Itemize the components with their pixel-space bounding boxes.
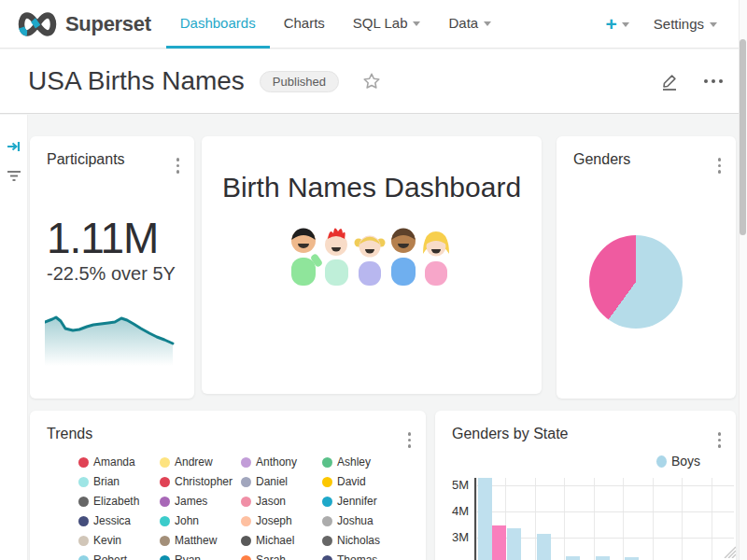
bar-boys[interactable]	[478, 478, 492, 560]
bar-boys[interactable]	[507, 528, 521, 560]
legend-dot	[241, 497, 251, 507]
bar-boys[interactable]	[596, 556, 610, 560]
legend-label: Jessica	[93, 514, 131, 527]
big-number-subheader: -22.5% over 5Y	[47, 263, 176, 285]
nav-item-label: Charts	[284, 15, 325, 31]
legend-item[interactable]: John	[160, 514, 241, 527]
legend-item[interactable]: Robert	[78, 553, 160, 560]
new-item-button[interactable]: +	[606, 15, 629, 34]
legend-label: Boys	[671, 454, 700, 469]
legend-label: John	[175, 514, 199, 527]
legend-item[interactable]: Thomas	[322, 553, 403, 560]
legend-item[interactable]: Daniel	[241, 475, 322, 488]
legend-item[interactable]: Christopher	[160, 475, 241, 488]
bar-girls[interactable]	[492, 525, 506, 560]
y-axis-tick-label: 5M	[435, 478, 469, 493]
nav-item[interactable]: SQL Lab	[339, 0, 435, 49]
legend-item[interactable]: Matthew	[160, 534, 241, 547]
legend-item[interactable]: Elizabeth	[78, 495, 160, 508]
legend-dot	[78, 497, 89, 507]
legend-label: Jennifer	[337, 495, 377, 508]
gridline	[476, 485, 734, 486]
legend-label: Ryan	[175, 553, 201, 560]
nav-item[interactable]: Dashboards	[166, 0, 270, 49]
published-badge[interactable]: Published	[260, 71, 339, 92]
chevron-down-icon	[484, 21, 491, 26]
legend-label: Matthew	[175, 534, 217, 547]
chart-menu-icon[interactable]	[715, 429, 725, 451]
legend-label: Robert	[93, 553, 127, 560]
chart-menu-icon[interactable]	[715, 155, 725, 176]
legend-dot	[160, 497, 170, 507]
legend-item[interactable]: Ashley	[322, 455, 403, 469]
legend-dot	[322, 536, 332, 546]
legend-dot	[241, 457, 251, 468]
legend-dot	[241, 536, 251, 546]
legend-item[interactable]: Ryan	[160, 553, 241, 560]
chart-menu-icon[interactable]	[405, 429, 415, 451]
y-axis-tick-label: 3M	[435, 530, 469, 545]
trends-card: Trends Amanda Andrew Anthony Ashley Bria…	[30, 411, 426, 560]
chart-menu-icon[interactable]	[174, 155, 183, 176]
legend-item[interactable]: Brian	[78, 475, 160, 488]
more-actions-icon[interactable]	[700, 76, 726, 87]
chevron-down-icon	[413, 21, 420, 26]
chart-title: Genders	[573, 151, 630, 168]
markdown-header-card: Birth Names Dashboard	[202, 136, 542, 394]
scrollbar-thumb[interactable]	[740, 39, 746, 235]
legend-label: Jason	[256, 495, 286, 508]
legend-label: Andrew	[175, 455, 213, 469]
legend-label: Brian	[93, 475, 120, 488]
legend-item[interactable]: Amanda	[78, 455, 160, 469]
legend-label: Thomas	[337, 553, 377, 560]
legend-item[interactable]: Joshua	[322, 514, 403, 527]
big-number-value: 1.11M	[47, 213, 158, 263]
gbs-plot	[474, 478, 734, 560]
legend-dot	[656, 455, 667, 468]
nav-item[interactable]: Data	[434, 0, 505, 49]
legend-dot	[322, 516, 332, 526]
legend-dot	[322, 477, 332, 487]
participants-card: Participants 1.11M -22.5% over 5Y	[30, 136, 194, 399]
settings-menu[interactable]: Settings	[654, 16, 717, 32]
genders-pie[interactable]	[589, 235, 683, 329]
legend-item[interactable]: Nicholas	[322, 534, 403, 547]
legend-item[interactable]: James	[160, 495, 241, 508]
page-title: USA Births Names	[28, 66, 245, 96]
legend-item[interactable]: Sarah	[241, 553, 322, 560]
legend-item[interactable]: Boys	[656, 454, 700, 469]
legend-item[interactable]: Anthony	[241, 455, 322, 469]
nav-item[interactable]: Charts	[270, 0, 339, 49]
trends-legend: Amanda Andrew Anthony Ashley Brian Chris…	[78, 455, 403, 560]
legend-label: Joshua	[337, 514, 374, 527]
superset-logo[interactable]: Superset	[17, 12, 151, 36]
chevron-down-icon	[710, 22, 717, 27]
legend-item[interactable]: David	[322, 475, 403, 488]
legend-item[interactable]: Kevin	[78, 534, 160, 547]
navbar: Superset Dashboards Charts SQL Lab Data …	[0, 0, 747, 49]
legend-label: Kevin	[93, 534, 121, 547]
card-resize-handle[interactable]	[719, 541, 736, 558]
favorite-star-icon[interactable]	[361, 71, 382, 91]
legend-item[interactable]: Jason	[241, 495, 322, 508]
legend-dot	[241, 477, 251, 487]
legend-label: Amanda	[93, 455, 135, 469]
legend-item[interactable]: Andrew	[160, 455, 241, 469]
scrollbar-track[interactable]	[739, 0, 747, 560]
legend-dot	[78, 516, 89, 526]
expand-filter-bar-icon[interactable]	[0, 139, 28, 154]
legend-label: David	[337, 475, 366, 488]
bar-boys[interactable]	[537, 534, 551, 560]
brand-name: Superset	[65, 12, 151, 36]
filter-icon[interactable]	[0, 169, 28, 182]
legend-dot	[160, 516, 170, 526]
gridline	[476, 511, 734, 512]
legend-item[interactable]: Michael	[241, 534, 322, 547]
legend-item[interactable]: Jennifer	[322, 495, 403, 508]
bar-boys[interactable]	[566, 556, 580, 560]
legend-item[interactable]: Joseph	[241, 514, 322, 527]
legend-dot	[160, 477, 170, 487]
legend-dot	[322, 497, 332, 507]
legend-item[interactable]: Jessica	[78, 514, 160, 527]
edit-pencil-icon[interactable]	[659, 71, 680, 91]
